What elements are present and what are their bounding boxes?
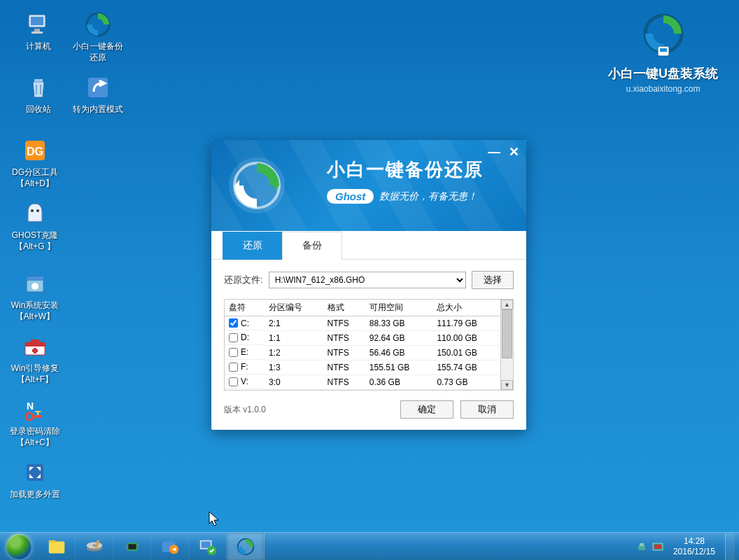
disk-checkbox[interactable] [229, 377, 238, 386]
version-label: 版本 v1.0.0 [224, 404, 393, 416]
svg-text:DG: DG [27, 146, 43, 158]
total-size: 0.73 GB [432, 375, 500, 390]
desktop-icon-winsetup[interactable]: Win系统安装 【Alt+W】 [7, 270, 63, 322]
part-id: 3:0 [265, 375, 323, 390]
svg-rect-24 [32, 415, 42, 418]
disk-checkbox[interactable] [229, 348, 238, 357]
col-total[interactable]: 总大小 [432, 300, 500, 316]
close-button[interactable]: ✕ [509, 146, 519, 158]
restore-window: — ✕ 小白一键备份还原 Ghost 数据无价，有备无患！ 还原 备份 [211, 140, 526, 430]
free-space: 0.36 GB [365, 375, 433, 390]
desktop-icon-dg[interactable]: DGDG分区工具 【Alt+D】 [7, 136, 63, 189]
desktop-icon-label: 小白一键备份 还原 [70, 41, 126, 63]
desktop-icon-xiaobai[interactable]: 小白一键备份 还原 [70, 10, 126, 63]
taskbar-item-disk-tool[interactable] [76, 533, 113, 560]
scroll-up-icon[interactable]: ▲ [501, 300, 513, 309]
explorer-icon [46, 536, 67, 557]
shortcut-icon [84, 74, 112, 102]
ghost-icon [21, 200, 49, 227]
mouse-cursor-icon [209, 511, 221, 531]
taskbar-item-xiaobai-app[interactable] [227, 533, 265, 560]
table-row[interactable]: E:1:2NTFS56.46 GB150.01 GB [225, 346, 500, 360]
recycle-icon [24, 74, 52, 102]
disk-checkbox[interactable] [229, 318, 238, 328]
col-part[interactable]: 分区编号 [265, 300, 323, 316]
cancel-button[interactable]: 取消 [460, 400, 514, 419]
brand-watermark: 小白一键U盘装系统 u.xiaobaixitong.com [608, 13, 718, 94]
total-size: 111.79 GB [432, 316, 500, 331]
clock-date: 2016/12/15 [673, 547, 715, 556]
file-label: 还原文件: [224, 274, 263, 286]
disk-table: 盘符 分区编号 格式 可用空间 总大小 C:2:1NTFS88.33 GB111… [225, 300, 500, 390]
free-space: 92.64 GB [365, 331, 433, 346]
svg-point-11 [31, 209, 34, 212]
desktop-icon-label: Win引导修复 【Alt+F】 [7, 363, 63, 385]
scroll-thumb[interactable] [502, 309, 512, 358]
fs-format: NTFS [323, 331, 365, 346]
app-logo-icon [225, 154, 288, 217]
minimize-button[interactable]: — [488, 146, 500, 158]
disk-checkbox[interactable] [229, 333, 238, 342]
tab-backup[interactable]: 备份 [282, 232, 342, 260]
taskbar-item-explorer[interactable] [38, 533, 76, 560]
desktop-icon-label: 转为内置模式 [70, 104, 126, 115]
taskbar-clock[interactable]: 14:28 2016/12/15 [669, 536, 719, 556]
tray-display-icon[interactable] [652, 541, 663, 552]
fs-format: NTFS [323, 375, 365, 390]
desktop-icon-toolbox[interactable]: Win引导修复 【Alt+F】 [7, 332, 63, 385]
window-title: 小白一键备份还原 [327, 158, 484, 182]
drive-letter: E: [241, 347, 248, 357]
desktop-icon-computer[interactable]: 计算机 [10, 10, 66, 52]
drive-letter: F: [241, 362, 248, 372]
svg-rect-20 [32, 349, 38, 352]
col-drive[interactable]: 盘符 [225, 300, 265, 316]
svg-rect-3 [31, 31, 43, 34]
file-path-select[interactable]: H:\WIN7_612_x86.GHO [269, 272, 466, 288]
col-format[interactable]: 格式 [323, 300, 365, 316]
taskbar-item-media-tool[interactable] [151, 533, 189, 560]
tab-restore[interactable]: 还原 [223, 232, 283, 260]
disk-checkbox[interactable] [229, 363, 238, 372]
expand-icon [21, 458, 49, 486]
table-scrollbar[interactable]: ▲ ▼ [500, 300, 513, 390]
table-row[interactable]: F:1:3NTFS155.51 GB155.74 GB [225, 360, 500, 375]
winsetup-icon [21, 270, 49, 298]
desktop-icon-label: DG分区工具 【Alt+D】 [7, 167, 63, 189]
drive-letter: C: [241, 318, 249, 328]
svg-rect-53 [638, 545, 645, 550]
window-titlebar[interactable]: — ✕ 小白一键备份还原 Ghost 数据无价，有备无患！ [211, 140, 526, 231]
drive-letter: V: [241, 377, 248, 386]
desktop-icon-shortcut[interactable]: 转为内置模式 [70, 74, 126, 115]
svg-text:N: N [27, 400, 34, 412]
fs-format: NTFS [323, 346, 365, 360]
tray-device-icon[interactable] [637, 541, 648, 552]
svg-rect-34 [48, 540, 55, 543]
svg-rect-1 [31, 17, 43, 25]
table-row[interactable]: V:3:0NTFS0.36 GB0.73 GB [225, 375, 500, 390]
taskbar-item-chip-tool[interactable] [113, 533, 151, 560]
ok-button[interactable]: 确定 [400, 400, 453, 419]
table-row[interactable]: C:2:1NTFS88.33 GB111.79 GB [225, 316, 500, 331]
desktop-icon-recycle[interactable]: 回收站 [10, 74, 66, 115]
clock-time: 14:28 [673, 536, 715, 546]
watermark-url: u.xiaobaixitong.com [608, 84, 718, 94]
desktop-icon-ghost[interactable]: GHOST克隆 【Alt+G 】 [7, 200, 63, 252]
show-desktop-button[interactable] [725, 533, 735, 561]
table-row[interactable]: D:1:1NTFS92.64 GB110.00 GB [225, 331, 500, 346]
desktop-icon-label: 登录密码清除 【Alt+C】 [7, 426, 63, 448]
desktop-icon-ntpw[interactable]: NT登录密码清除 【Alt+C】 [7, 396, 63, 448]
desktop-icon-expand[interactable]: 加载更多外置 [7, 458, 63, 500]
scroll-down-icon[interactable]: ▼ [501, 380, 513, 390]
total-size: 150.01 GB [432, 346, 500, 360]
xiaobai-logo-icon [639, 13, 688, 62]
browse-button[interactable]: 选择 [472, 271, 514, 289]
start-button[interactable] [0, 533, 38, 561]
svg-rect-17 [25, 342, 45, 346]
col-free[interactable]: 可用空间 [365, 300, 433, 316]
xiaobai-app-icon [235, 536, 256, 557]
taskbar-item-system-tool[interactable] [189, 533, 227, 560]
drive-letter: D: [241, 332, 249, 342]
toolbox-icon [21, 332, 49, 360]
svg-rect-18 [31, 340, 39, 342]
part-id: 1:2 [265, 346, 323, 360]
